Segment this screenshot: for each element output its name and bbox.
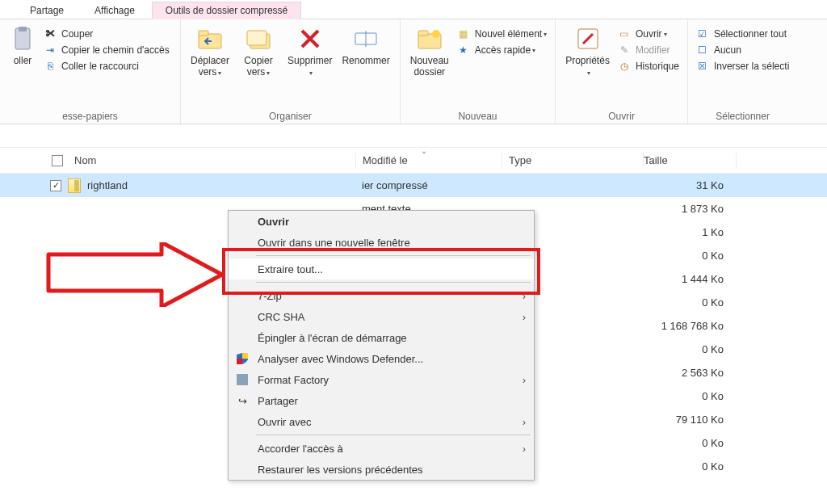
select-group-label: Sélectionner — [693, 107, 792, 122]
cm-defender[interactable]: Analyser avec Windows Defender... — [229, 348, 534, 369]
svg-rect-9 — [418, 31, 428, 36]
rename-button[interactable]: Renommer — [337, 23, 394, 69]
select-all-label: Sélectionner tout — [714, 28, 787, 40]
svg-rect-5 — [247, 31, 267, 45]
clipboard-icon — [10, 26, 36, 52]
file-size: 0 Ko — [641, 390, 733, 402]
cm-open[interactable]: Ouvrir — [229, 211, 534, 232]
open-group-label: Ouvrir — [560, 107, 682, 122]
organize-group-label: Organiser — [186, 107, 395, 122]
file-size: 2 563 Ko — [641, 367, 733, 379]
file-size: 1 444 Ko — [641, 273, 733, 285]
cut-button[interactable]: ✀ Couper — [40, 26, 173, 42]
file-size: 0 Ko — [641, 250, 733, 262]
paste-button[interactable]: oller — [5, 23, 40, 69]
factory-icon — [235, 372, 250, 387]
paste-shortcut-button[interactable]: ⎘ Coller le raccourci — [40, 58, 173, 74]
chevron-right-icon: › — [523, 416, 526, 428]
quick-access-label: Accès rapide — [475, 44, 531, 56]
cm-format-factory-label: Format Factory — [258, 374, 329, 386]
properties-icon — [575, 26, 601, 52]
open-label: Ouvrir — [636, 28, 662, 40]
history-label: Historique — [636, 61, 679, 72]
file-size: 0 Ko — [641, 343, 733, 355]
select-none-label: Aucun — [714, 44, 741, 56]
zip-file-icon — [68, 178, 81, 193]
chevron-right-icon: › — [523, 311, 526, 323]
modify-button[interactable]: ✎ Modifier — [615, 42, 682, 58]
column-size[interactable]: Taille — [644, 154, 736, 166]
cm-open-with[interactable]: Ouvrir avec › — [229, 411, 534, 432]
shield-icon — [235, 351, 250, 366]
tab-compressed-tools[interactable]: Outils de dossier compressé — [152, 2, 301, 19]
file-size: 31 Ko — [641, 179, 733, 191]
new-item-label: Nouvel élément — [475, 28, 542, 40]
shortcut-icon: ⎘ — [44, 60, 57, 73]
properties-label: Propriétés — [565, 55, 610, 66]
file-size: 0 Ko — [641, 437, 733, 449]
cm-grant-access-label: Accorder l'accès à — [258, 443, 343, 455]
delete-button[interactable]: Supprimer▾ — [283, 23, 337, 82]
header-checkbox[interactable] — [52, 155, 63, 166]
move-to-button[interactable]: Déplacer vers▾ — [186, 23, 234, 82]
delete-label: Supprimer — [288, 55, 332, 66]
select-all-button[interactable]: ☑ Sélectionner tout — [693, 26, 792, 42]
clipboard-group-label: esse-papiers — [5, 107, 175, 122]
select-none-icon: ☐ — [696, 44, 709, 57]
table-row[interactable]: rightlandier compressé31 Ko — [0, 174, 827, 197]
copy-to-button[interactable]: Copier vers▾ — [234, 23, 283, 82]
row-checkbox[interactable] — [50, 180, 61, 191]
select-none-button[interactable]: ☐ Aucun — [693, 42, 792, 58]
cm-restore-versions[interactable]: Restaurer les versions précédentes — [229, 459, 534, 480]
new-group-label: Nouveau — [405, 107, 550, 122]
cm-7zip-label: 7-Zip — [258, 290, 282, 302]
column-modified[interactable]: ⌄ Modifié le — [356, 154, 502, 166]
invert-selection-button[interactable]: ☒ Inverser la sélecti — [693, 58, 792, 74]
svg-rect-12 — [242, 353, 248, 359]
new-item-button[interactable]: ▦ Nouvel élément ▾ — [454, 26, 550, 42]
delete-x-icon — [297, 26, 323, 52]
cm-crc-sha[interactable]: CRC SHA › — [229, 306, 534, 327]
svg-rect-1 — [19, 27, 27, 32]
new-folder-icon — [417, 26, 443, 52]
cut-label: Couper — [61, 28, 93, 40]
cm-share[interactable]: ↪ Partager — [229, 390, 534, 411]
cm-extract-all[interactable]: Extraire tout... — [229, 258, 534, 279]
path-icon: ⇥ — [44, 44, 57, 57]
file-name: rightland — [87, 179, 128, 191]
open-button[interactable]: ▭ Ouvrir ▾ — [615, 26, 682, 42]
open-icon: ▭ — [618, 27, 631, 40]
cm-grant-access[interactable]: Accorder l'accès à › — [229, 438, 534, 459]
cm-7zip[interactable]: 7-Zip › — [229, 285, 534, 306]
folder-copy-icon — [246, 26, 271, 52]
chevron-down-icon: ▾ — [664, 31, 667, 38]
copy-path-button[interactable]: ⇥ Copier le chemin d'accès — [40, 42, 173, 58]
chevron-right-icon: › — [523, 290, 526, 302]
quick-access-icon: ★ — [457, 44, 470, 57]
quick-access-button[interactable]: ★ Accès rapide ▾ — [454, 42, 550, 58]
invert-icon: ☒ — [696, 60, 709, 73]
cm-pin-start[interactable]: Épingler à l'écran de démarrage — [229, 327, 534, 348]
scissors-icon: ✀ — [44, 27, 57, 40]
cm-format-factory[interactable]: Format Factory › — [229, 369, 534, 390]
paste-label: oller — [14, 55, 32, 66]
folder-move-icon — [197, 26, 223, 52]
cm-crc-sha-label: CRC SHA — [258, 311, 305, 323]
svg-point-10 — [432, 30, 440, 38]
chevron-down-icon: ▾ — [532, 47, 535, 54]
column-type[interactable]: Type — [502, 154, 643, 166]
tab-share[interactable]: Partage — [16, 2, 78, 19]
cm-share-label: Partager — [258, 395, 298, 407]
ribbon: oller ✀ Couper ⇥ Copier le chemin d'accè… — [0, 19, 827, 124]
cm-open-new-window[interactable]: Ouvrir dans une nouvelle fenêtre — [229, 232, 534, 253]
column-modified-label: Modifié le — [363, 154, 408, 166]
history-button[interactable]: ◷ Historique — [615, 58, 682, 74]
file-type: ier compressé — [355, 179, 641, 191]
context-menu: Ouvrir Ouvrir dans une nouvelle fenêtre … — [228, 210, 535, 481]
tab-view[interactable]: Affichage — [81, 2, 149, 19]
new-folder-button[interactable]: Nouveau dossier — [405, 23, 454, 81]
properties-button[interactable]: Propriétés▾ — [560, 23, 615, 82]
cm-open-with-label: Ouvrir avec — [258, 416, 311, 428]
ribbon-tabs: Partage Affichage Outils de dossier comp… — [0, 0, 827, 19]
new-item-icon: ▦ — [457, 27, 470, 40]
